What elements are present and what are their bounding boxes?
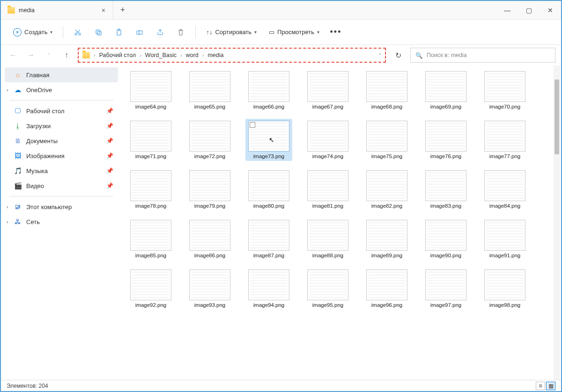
file-item[interactable]: image89.png	[363, 218, 410, 260]
sidebar-downloads[interactable]: ⭳Загрузки📌	[5, 118, 118, 133]
pin-icon[interactable]: 📌	[106, 108, 113, 114]
forward-button[interactable]: →	[24, 49, 37, 62]
maximize-button[interactable]: ▢	[518, 1, 540, 20]
file-item[interactable]: image96.png	[363, 268, 410, 310]
file-item[interactable]: image93.png	[186, 268, 233, 310]
create-button[interactable]: + Создать ▾	[8, 24, 57, 40]
sidebar-home[interactable]: ⌂ Главная	[5, 67, 118, 82]
file-item[interactable]: image81.png	[304, 168, 351, 211]
share-button[interactable]	[151, 24, 169, 40]
breadcrumb-bar[interactable]: › Рабочий стол › Word_Basic › word › med…	[78, 48, 386, 63]
thumbnail	[189, 121, 230, 152]
pin-icon[interactable]: 📌	[106, 152, 113, 159]
scrollbar[interactable]	[554, 65, 560, 380]
sidebar-this-pc[interactable]: ›🖳Этот компьютер	[5, 199, 118, 214]
breadcrumb-item[interactable]: media	[206, 52, 225, 58]
file-item[interactable]: image67.png	[304, 69, 351, 111]
file-item[interactable]: image72.png	[186, 119, 233, 161]
refresh-button[interactable]: ↻	[391, 48, 406, 63]
file-item[interactable]: image98.png	[481, 268, 528, 310]
details-view-button[interactable]: ≡	[536, 382, 545, 390]
file-item[interactable]: image84.png	[481, 168, 528, 211]
monitor-icon: 🖳	[14, 203, 22, 211]
checkbox-icon[interactable]	[250, 122, 255, 128]
breadcrumb-item[interactable]: Word_Basic	[143, 52, 178, 58]
breadcrumb-item[interactable]: word	[184, 52, 200, 58]
delete-button[interactable]	[172, 24, 190, 40]
file-item[interactable]: image95.png	[304, 268, 351, 310]
cloud-icon: ☁	[14, 86, 22, 94]
pin-icon[interactable]: 📌	[106, 182, 113, 189]
expand-icon[interactable]: ›	[7, 87, 8, 93]
new-tab-button[interactable]: +	[113, 5, 132, 15]
file-item[interactable]: image66.png	[245, 69, 292, 111]
file-item[interactable]: image64.png	[127, 69, 174, 111]
file-item[interactable]: image92.png	[127, 268, 174, 310]
sidebar-desktop[interactable]: 🖵Рабочий стол📌	[5, 103, 118, 118]
file-item[interactable]: image65.png	[186, 69, 233, 111]
file-item[interactable]: image76.png	[422, 119, 469, 161]
file-item[interactable]: image77.png	[481, 119, 528, 161]
view-label: Просмотреть	[277, 29, 314, 36]
more-button[interactable]: •••	[327, 24, 345, 40]
file-item[interactable]: image90.png	[422, 218, 469, 260]
search-input[interactable]: 🔍 Поиск в: media	[410, 48, 555, 63]
file-item[interactable]: image88.png	[304, 218, 351, 260]
sidebar-onedrive[interactable]: › ☁ OneDrive	[5, 82, 118, 97]
expand-icon[interactable]: ›	[7, 219, 8, 225]
scrollbar-thumb[interactable]	[555, 80, 559, 154]
file-item[interactable]: image68.png	[363, 69, 410, 111]
thumbnail	[130, 170, 171, 201]
file-item[interactable]: image70.png	[481, 69, 528, 111]
pin-icon[interactable]: 📌	[106, 138, 113, 144]
separator	[9, 196, 113, 196]
minimize-button[interactable]: —	[496, 1, 518, 20]
file-name: image68.png	[371, 104, 403, 109]
file-item[interactable]: image78.png	[127, 168, 174, 211]
file-item[interactable]: image91.png	[481, 218, 528, 260]
file-item[interactable]: image82.png	[363, 168, 410, 211]
search-placeholder: Поиск в: media	[427, 52, 467, 58]
copy-button[interactable]	[89, 24, 107, 40]
sidebar-video[interactable]: 🎬Видео📌	[5, 178, 118, 193]
sidebar-music[interactable]: 🎵Музыка📌	[5, 163, 118, 178]
file-item[interactable]: image71.png	[127, 119, 174, 161]
cut-button[interactable]	[69, 24, 87, 40]
window-tab[interactable]: media ×	[1, 1, 113, 19]
chevron-down-icon[interactable]: ˅	[379, 53, 381, 58]
sidebar-documents[interactable]: 🗎Документы📌	[5, 133, 118, 148]
expand-icon[interactable]: ›	[7, 204, 8, 210]
close-tab-icon[interactable]: ×	[100, 7, 107, 14]
thumbnail	[366, 71, 407, 102]
file-item[interactable]: image97.png	[422, 268, 469, 310]
paste-button[interactable]	[110, 24, 128, 40]
file-name: image65.png	[194, 104, 226, 109]
file-item[interactable]: image87.png	[245, 218, 292, 260]
file-item[interactable]: image69.png	[422, 69, 469, 111]
sidebar-pictures[interactable]: 🖼Изображения📌	[5, 148, 118, 163]
thumbnails-view-button[interactable]: ▦	[546, 382, 555, 390]
svg-point-0	[75, 33, 77, 35]
file-item[interactable]: image94.png	[245, 268, 292, 310]
close-button[interactable]: ✕	[540, 1, 561, 20]
pin-icon[interactable]: 📌	[106, 167, 113, 174]
back-button[interactable]: ←	[7, 49, 20, 62]
view-toggle: ≡ ▦	[536, 382, 555, 390]
file-pane[interactable]: image64.pngimage65.pngimage66.pngimage67…	[122, 65, 561, 380]
sidebar-network[interactable]: ›🖧Сеть	[5, 214, 118, 229]
rename-button[interactable]	[131, 24, 148, 40]
file-item[interactable]: image83.png	[422, 168, 469, 211]
file-item[interactable]: image85.png	[127, 218, 174, 260]
file-item[interactable]: image74.png	[304, 119, 351, 161]
file-item[interactable]: image75.png	[363, 119, 410, 161]
file-item[interactable]: image80.png	[245, 168, 292, 211]
recent-chevron[interactable]: ˅	[42, 49, 55, 62]
file-item[interactable]: ↖image73.png	[245, 119, 292, 161]
pin-icon[interactable]: 📌	[106, 123, 113, 129]
sort-button[interactable]: ↑↓ Сортировать ▾	[201, 24, 261, 40]
breadcrumb-item[interactable]: Рабочий стол	[97, 52, 138, 58]
file-item[interactable]: image86.png	[186, 218, 233, 260]
up-button[interactable]: ↑	[60, 49, 73, 62]
view-button[interactable]: ▭ Просмотреть ▾	[264, 24, 324, 40]
file-item[interactable]: image79.png	[186, 168, 233, 211]
